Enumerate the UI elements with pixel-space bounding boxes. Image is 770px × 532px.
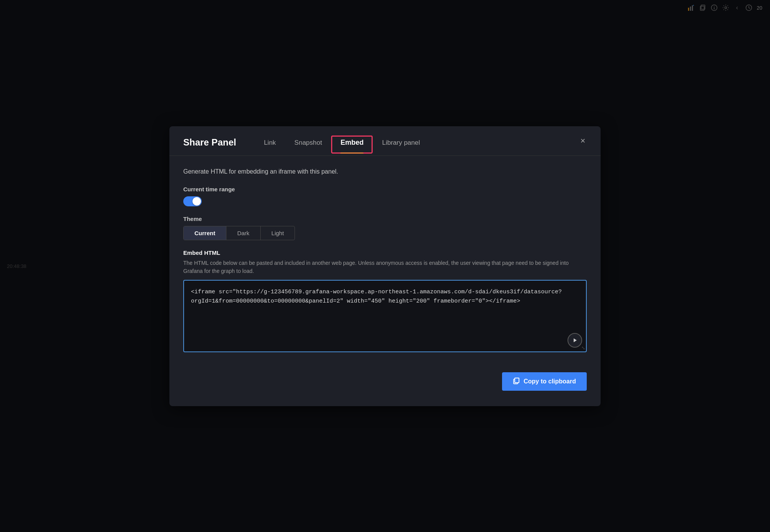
modal-description: Generate HTML for embedding an iframe wi… [183,168,587,175]
copy-to-clipboard-button[interactable]: Copy to clipboard [502,372,587,391]
run-code-button[interactable] [567,333,582,348]
embed-html-section: Embed HTML The HTML code below can be pa… [183,249,587,352]
theme-label: Theme [183,216,587,222]
tab-snapshot[interactable]: Snapshot [285,139,331,154]
copy-to-clipboard-label: Copy to clipboard [524,378,576,385]
modal-tabs: Link Snapshot Embed Library panel [254,139,587,154]
theme-dark-button[interactable]: Dark [226,226,260,240]
svg-rect-13 [515,378,519,383]
resize-handle: ⤡ [581,345,585,351]
tab-embed[interactable]: Embed [331,139,373,154]
share-panel-modal: Share Panel Link Snapshot Embed [169,126,601,406]
svg-marker-11 [574,338,577,342]
current-time-range-section: Current time range [183,186,587,206]
current-time-range-label: Current time range [183,186,587,192]
theme-section: Theme Current Dark Light [183,216,587,240]
embed-html-description: The HTML code below can be pasted and in… [183,259,587,275]
embed-html-code[interactable] [184,281,586,350]
tab-active-underline [340,152,363,154]
copy-clipboard-icon [513,377,520,386]
theme-light-button[interactable]: Light [260,226,295,240]
modal-header: Share Panel Link Snapshot Embed [169,126,601,156]
current-time-range-toggle[interactable] [183,196,202,206]
theme-current-button[interactable]: Current [184,226,226,240]
toggle-knob [192,197,201,206]
modal-footer: Copy to clipboard [169,361,601,391]
embed-html-title: Embed HTML [183,249,587,256]
tab-link[interactable]: Link [254,139,285,154]
theme-selector: Current Dark Light [183,226,295,240]
modal-body: Generate HTML for embedding an iframe wi… [169,156,601,352]
close-button[interactable]: × [576,134,590,148]
tab-library-panel[interactable]: Library panel [373,139,429,154]
modal-title: Share Panel [183,137,236,156]
modal-overlay: Share Panel Link Snapshot Embed [0,0,770,532]
code-textarea-wrapper: ⤡ [183,280,587,352]
toggle-container [183,196,587,206]
